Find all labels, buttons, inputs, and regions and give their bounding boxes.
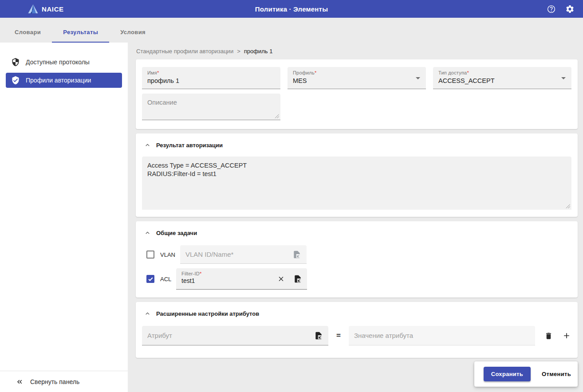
acl-task-row: ACL Filter-ID* (142, 268, 571, 290)
acl-checkbox[interactable] (146, 275, 154, 283)
collapse-section-icon[interactable] (145, 142, 150, 148)
pick-from-list-icon[interactable] (314, 331, 323, 340)
name-field-label: Имя* (147, 70, 275, 75)
delete-row-icon[interactable] (544, 332, 553, 340)
breadcrumb: Стандартные профили авторизации > профил… (136, 48, 578, 55)
vlan-id-field (180, 245, 307, 264)
help-icon[interactable] (547, 4, 556, 14)
sidebar-item-available-protocols[interactable]: Доступные протоколы (6, 55, 122, 70)
pick-from-list-icon[interactable] (293, 274, 302, 283)
profile-form-card: Имя* Профиль* MES Тип доступа* ACCESS_AC… (136, 59, 578, 129)
breadcrumb-parent[interactable]: Стандартные профили авторизации (136, 48, 233, 55)
attribute-field (142, 326, 328, 345)
auth-result-textarea[interactable]: Access Type = ACCESS_ACCEPT RADIUS:Filte… (142, 157, 571, 210)
access-type-select[interactable]: Тип доступа* ACCESS_ACCEPT (433, 67, 571, 89)
vlan-checkbox[interactable] (146, 251, 154, 259)
sidebar-item-label: Доступные протоколы (26, 59, 90, 66)
description-textarea[interactable] (142, 94, 280, 120)
vlan-task-row: VLAN (142, 245, 571, 264)
attribute-row: = (142, 326, 571, 345)
form-actions: Сохранить Отменить (474, 361, 578, 387)
description-field (142, 94, 280, 120)
access-type-select-label: Тип доступа* (438, 70, 566, 75)
collapse-panel-button[interactable]: Свернуть панель (0, 371, 128, 392)
auth-result-field: Access Type = ACCESS_ACCEPT RADIUS:Filte… (142, 157, 571, 210)
resize-handle-icon[interactable] (566, 204, 570, 208)
section-title: Общие задачи (156, 230, 197, 236)
equals-sign: = (336, 331, 341, 340)
save-button[interactable]: Сохранить (484, 367, 531, 381)
name-field[interactable]: Имя* (142, 67, 280, 89)
collapse-panel-label: Свернуть панель (30, 378, 79, 385)
breadcrumb-current: профиль 1 (244, 48, 273, 55)
tab-results[interactable]: Результаты (52, 18, 109, 43)
add-row-icon[interactable] (562, 331, 571, 340)
sidebar-item-label: Профили авторизации (26, 77, 91, 84)
main-content: Стандартные профили авторизации > профил… (128, 43, 583, 392)
filter-id-field[interactable]: Filter-ID* (176, 268, 307, 290)
sidebar-item-auth-profiles[interactable]: Профили авторизации (6, 73, 122, 88)
gear-icon[interactable] (565, 4, 575, 14)
double-chevron-left-icon (16, 378, 24, 386)
cancel-button[interactable]: Отменить (542, 371, 571, 377)
sidebar: Доступные протоколы Профили авторизации … (0, 43, 128, 392)
collapse-section-icon[interactable] (145, 230, 150, 236)
auth-result-card: Результат авторизации Access Type = ACCE… (136, 133, 578, 217)
section-title: Результат авторизации (156, 142, 223, 149)
attribute-value-field (349, 326, 535, 345)
resize-handle-icon[interactable] (275, 114, 279, 118)
breadcrumb-separator: > (237, 48, 240, 55)
tab-conditions[interactable]: Условия (109, 18, 157, 43)
tab-dictionaries[interactable]: Словари (4, 18, 52, 43)
filter-id-label: Filter-ID* (181, 271, 273, 276)
menu-icon[interactable] (8, 6, 16, 12)
filter-id-input[interactable] (181, 276, 273, 284)
section-title: Расширенные настройки атрибутов (156, 310, 259, 317)
pick-from-list-icon[interactable] (292, 250, 301, 259)
name-input[interactable] (147, 75, 275, 84)
tab-bar: Словари Результаты Условия (0, 18, 583, 43)
attribute-value-input[interactable] (354, 332, 530, 339)
attribute-input[interactable] (147, 332, 314, 339)
common-tasks-card: Общие задачи VLAN (136, 221, 578, 298)
access-type-select-value: ACCESS_ACCEPT (438, 75, 566, 84)
chevron-down-icon (416, 77, 420, 79)
chevron-down-icon (561, 77, 566, 79)
collapse-section-icon[interactable] (145, 311, 150, 317)
profile-select[interactable]: Профиль* MES (288, 67, 426, 89)
app-logo-icon (28, 4, 39, 14)
clear-icon[interactable] (277, 275, 285, 282)
vlan-checkbox-label: VLAN (160, 251, 180, 258)
shield-half-icon (11, 58, 20, 67)
vlan-id-input[interactable] (185, 251, 292, 258)
profile-select-value: MES (293, 75, 421, 84)
page-title: Политика · Элементы (255, 5, 328, 13)
advanced-attributes-card: Расширенные настройки атрибутов (136, 302, 578, 358)
brand-name: NAICE (42, 5, 64, 13)
app-bar: NAICE Политика · Элементы (0, 0, 583, 18)
profile-select-label: Профиль* (293, 70, 421, 75)
shield-check-icon (11, 76, 20, 85)
